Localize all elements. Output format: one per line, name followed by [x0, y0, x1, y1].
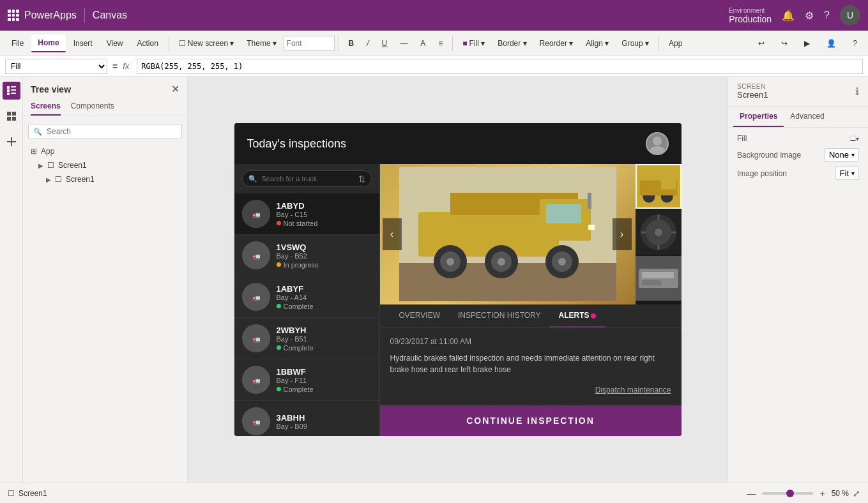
- components-icon[interactable]: [3, 107, 20, 125]
- bell-icon[interactable]: 🔔: [782, 10, 795, 22]
- tree-search: 🔍: [28, 124, 182, 139]
- fill-color-btn[interactable]: ▾: [850, 134, 859, 143]
- fill-label: Fill: [737, 134, 747, 143]
- app-header: Today's inspections: [234, 123, 681, 164]
- tab-alerts[interactable]: ALERTS: [550, 304, 605, 327]
- undo-btn[interactable]: ↩: [752, 36, 770, 51]
- app-btn[interactable]: App: [663, 36, 688, 51]
- tab-home[interactable]: Home: [31, 34, 65, 52]
- group-btn[interactable]: Group ▾: [616, 36, 655, 51]
- screen-checkbox-icon: ☐: [8, 489, 15, 498]
- truck-item-1VSWQ[interactable]: 🚛 1VSWQ Bay - B52 In progress: [234, 235, 379, 276]
- rp-tab-advanced[interactable]: Advanced: [784, 107, 830, 127]
- tab-file[interactable]: File: [5, 35, 30, 52]
- bold-btn[interactable]: B: [343, 36, 360, 51]
- new-screen-btn[interactable]: ☐ New screen ▾: [173, 36, 240, 51]
- run-btn[interactable]: ▶: [798, 36, 816, 51]
- thumb-3[interactable]: [636, 256, 681, 301]
- screen1-item-2[interactable]: ▶ ☐ Screen1: [23, 172, 187, 186]
- thumb-2[interactable]: [636, 210, 681, 255]
- align-layout-btn[interactable]: Align ▾: [580, 36, 614, 51]
- image-position-dropdown[interactable]: Fit ▾: [835, 167, 859, 180]
- reorder-btn[interactable]: Reorder ▾: [534, 36, 579, 51]
- svg-rect-2: [7, 93, 10, 95]
- sort-icon[interactable]: ⇅: [358, 174, 365, 184]
- fill-btn[interactable]: ■ Fill ▾: [457, 36, 491, 51]
- truck-thumb-3ABHH: 🚛: [242, 407, 270, 435]
- truck-item-3ABHH[interactable]: 🚛 3ABHH Bay - B09: [234, 401, 379, 436]
- truck-search-input[interactable]: [242, 170, 372, 187]
- new-screen-icon: ☐: [179, 39, 186, 48]
- image-position-label: Image position: [737, 169, 787, 178]
- help-icon[interactable]: ?: [824, 10, 830, 21]
- help-ribbon-btn[interactable]: ?: [847, 36, 863, 51]
- waffle-icon[interactable]: [8, 10, 19, 21]
- tab-components[interactable]: Components: [71, 99, 114, 116]
- screen-label: SCREEN: [737, 83, 768, 90]
- bottom-left: ☐ Screen1: [8, 489, 47, 498]
- svg-text:🚛: 🚛: [252, 335, 261, 343]
- tab-view[interactable]: View: [100, 35, 130, 52]
- alert-text: Hydraulic brakes failed inspection and n…: [390, 352, 671, 375]
- rp-tab-properties[interactable]: Properties: [733, 107, 784, 127]
- tree-view-panel: Tree view ✕ Screens Components 🔍 ⊞ App ▶…: [23, 77, 188, 483]
- formula-input[interactable]: [137, 59, 863, 74]
- tree-search-input[interactable]: [28, 124, 182, 139]
- properties-section: Fill ▾ Background image None ▾ Image pos…: [728, 128, 868, 191]
- thumb-1[interactable]: [636, 164, 681, 209]
- truck-item-2WBYH[interactable]: 🚛 2WBYH Bay - B51 Complete: [234, 318, 379, 359]
- redo-btn[interactable]: ↪: [775, 36, 793, 51]
- align-btn[interactable]: ≡: [432, 36, 448, 51]
- user-btn[interactable]: 👤: [821, 36, 842, 51]
- truck-info-1BBWF: 1BBWF Bay - F11 Complete: [277, 367, 372, 393]
- info-icon[interactable]: ℹ: [855, 86, 859, 98]
- zoom-value: 50 %: [832, 489, 849, 498]
- status-dot: [277, 221, 281, 225]
- bg-image-dropdown[interactable]: None ▾: [825, 148, 859, 161]
- font-input[interactable]: [284, 36, 335, 51]
- tree-view-icon[interactable]: [3, 82, 20, 100]
- truck-status-1ABYD: Not started: [277, 220, 372, 227]
- theme-btn[interactable]: Theme ▾: [241, 36, 282, 51]
- svg-rect-4: [11, 89, 16, 91]
- tab-screens[interactable]: Screens: [31, 99, 61, 116]
- tab-overview[interactable]: OVERVIEW: [390, 304, 449, 327]
- tab-action[interactable]: Action: [131, 35, 165, 52]
- carousel-next-btn[interactable]: ›: [613, 218, 632, 250]
- carousel-prev-btn[interactable]: ‹: [383, 218, 402, 250]
- fx-label: fx: [123, 61, 129, 71]
- screen-name: Screen1: [737, 90, 768, 100]
- italic-btn[interactable]: /: [361, 36, 374, 51]
- svg-text:🚛: 🚛: [252, 377, 261, 385]
- truck-search-icon: 🔍: [248, 175, 257, 183]
- app-item[interactable]: ⊞ App: [23, 144, 187, 158]
- continue-inspection-btn[interactable]: CONTINUE INSPECTION: [380, 405, 681, 436]
- zoom-thumb: [786, 490, 794, 497]
- avatar[interactable]: U: [840, 5, 860, 26]
- truck-item-1BBWF[interactable]: 🚛 1BBWF Bay - F11 Complete: [234, 359, 379, 401]
- strikethrough-btn[interactable]: —: [394, 36, 413, 51]
- zoom-plus-btn[interactable]: +: [817, 488, 827, 499]
- bottom-screen-label: Screen1: [19, 489, 47, 498]
- truck-item-1ABYD[interactable]: 🚛 1ABYD Bay - C15 Not started: [234, 193, 379, 235]
- screen1-item-1[interactable]: ▶ ☐ Screen1: [23, 158, 187, 172]
- main-layout: Tree view ✕ Screens Components 🔍 ⊞ App ▶…: [0, 77, 868, 483]
- truck-item-1ABYF[interactable]: 🚛 1ABYF Bay - A14 Complete: [234, 276, 379, 318]
- border-btn[interactable]: Border ▾: [492, 36, 532, 51]
- settings-icon[interactable]: ⚙: [805, 10, 814, 22]
- chevron-down-icon: ▾: [230, 39, 234, 48]
- underline-btn[interactable]: U: [376, 36, 393, 51]
- expand-icon[interactable]: ⤢: [853, 488, 860, 499]
- right-panel: SCREEN Screen1 ℹ Properties Advanced Fil…: [727, 77, 868, 483]
- zoom-slider[interactable]: [762, 492, 813, 495]
- zoom-minus-btn[interactable]: —: [744, 488, 758, 499]
- tab-insert[interactable]: Insert: [67, 35, 99, 52]
- bottom-bar: ☐ Screen1 — + 50 % ⤢: [0, 483, 868, 503]
- equals-sign: =: [112, 61, 118, 71]
- close-tree-btn[interactable]: ✕: [171, 83, 179, 95]
- font-color-btn[interactable]: A: [415, 36, 431, 51]
- dispatch-link[interactable]: Dispatch maintenance: [390, 386, 671, 394]
- tab-inspection-history[interactable]: INSPECTION HISTORY: [449, 304, 550, 327]
- insert-icon[interactable]: [3, 133, 20, 151]
- property-select[interactable]: Fill: [5, 59, 107, 74]
